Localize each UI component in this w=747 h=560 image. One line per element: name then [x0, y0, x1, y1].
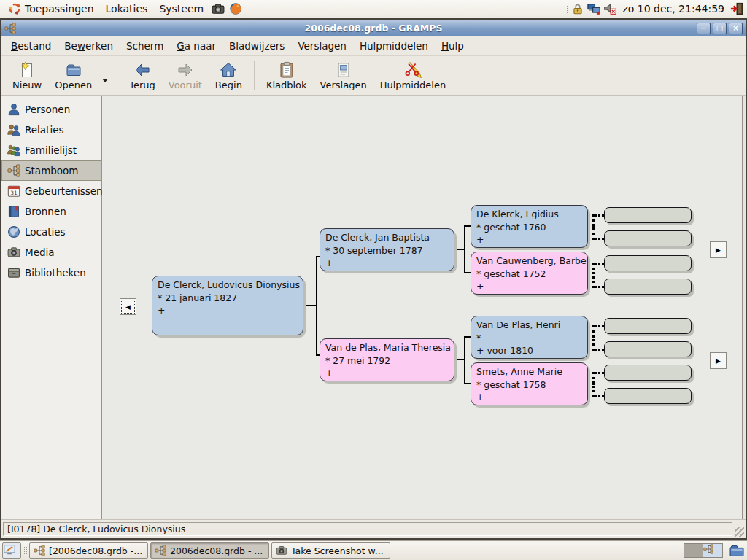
svg-text:31: 31: [10, 190, 18, 196]
menu-verslagen[interactable]: Verslagen: [291, 37, 353, 55]
menu-hulp[interactable]: Hulp: [435, 37, 471, 55]
empty-ancestor-box[interactable]: [604, 230, 692, 246]
person-death: +: [476, 233, 582, 246]
toolbar-button-label: Hulpmiddelen: [380, 79, 446, 90]
titlebar[interactable]: 2006dec08.grdb - GRAMPS − □ ×: [1, 20, 746, 36]
taskbar-window-button[interactable]: [2006dec08.grdb -...: [29, 542, 148, 559]
sidebar-item-label: Locaties: [25, 226, 66, 238]
person-birth: * geschat 1758: [476, 378, 582, 392]
pedigree-canvas[interactable]: De Clerck, Ludovicus Dionysius* 21 janua…: [102, 96, 743, 519]
menu-scherm[interactable]: Scherm: [120, 37, 170, 55]
toolbar-terug-button[interactable]: Terug: [123, 58, 162, 93]
empty-ancestor-box[interactable]: [604, 207, 692, 223]
person-box[interactable]: Van Cauwenberg, Barbe* geschat 1752+: [471, 252, 588, 295]
dotted-connector-line: [595, 349, 604, 351]
toolbar-kladblok-button[interactable]: Kladblok: [260, 58, 314, 93]
logout-door-icon[interactable]: [730, 2, 743, 15]
person-box[interactable]: De Clerck, Jan Baptista* 30 september 17…: [320, 228, 454, 271]
report-document-icon: [335, 61, 352, 79]
blue-folder-icon[interactable]: [729, 542, 745, 559]
person-box[interactable]: Van De Plas, Henri*+ voor 1810: [471, 316, 588, 359]
menu-bladwijzers[interactable]: Bladwijzers: [222, 37, 291, 55]
sidebar-item-personen[interactable]: Personen: [1, 99, 101, 120]
person-box[interactable]: Smets, Anne Marie* geschat 1758+: [471, 362, 588, 405]
menu-bestand[interactable]: Bestand: [4, 37, 58, 55]
pedigree-chart-icon: [7, 164, 20, 177]
connector-line: [464, 225, 471, 227]
sidebar-item-locaties[interactable]: Locaties: [1, 222, 101, 242]
taskbar-window-button[interactable]: Take Screenshot w...: [271, 542, 390, 559]
person-box[interactable]: De Klerck, Egidius* geschat 1760+: [471, 205, 588, 248]
sidebar-item-bronnen[interactable]: Bronnen: [1, 201, 101, 222]
toolbar-separator: [254, 61, 255, 90]
empty-ancestor-box[interactable]: [604, 255, 692, 271]
network-computers-icon[interactable]: [587, 2, 600, 15]
person-box[interactable]: Van de Plas, Maria Theresia* 27 mei 1792…: [320, 338, 454, 381]
toolbar-separator: [117, 61, 117, 90]
sidebar-item-familielijst[interactable]: Familielijst: [1, 140, 101, 160]
workspace-switcher[interactable]: [684, 543, 723, 558]
menu-hulpmiddelen[interactable]: Hulpmiddelen: [353, 37, 435, 55]
maximize-button[interactable]: □: [713, 23, 727, 34]
panel-menu-label: Systeem: [159, 3, 204, 15]
taskbar-window-button[interactable]: 2006dec08.grdb - ...: [150, 542, 269, 559]
firefox-icon[interactable]: [229, 2, 242, 15]
open-dropdown-button[interactable]: [98, 58, 112, 93]
panel-menu-label: Lokaties: [106, 3, 148, 15]
connector-line: [464, 336, 465, 384]
toolbar-begin-button[interactable]: Begin: [209, 58, 249, 93]
sidebar-item-gebeurtenissen[interactable]: 31Gebeurtenissen: [1, 181, 101, 201]
sidebar-item-stamboom[interactable]: Stamboom: [1, 160, 101, 181]
desktop: ToepassingenLokatiesSysteem zo 10 dec, 2…: [0, 0, 747, 560]
resize-grip[interactable]: [735, 527, 744, 537]
toolbar-button-label: Kladblok: [266, 79, 307, 90]
tray-handle[interactable]: [564, 3, 568, 15]
person-name: Van Cauwenberg, Barbe: [476, 254, 582, 268]
menu-ga-naar[interactable]: Ga naar: [170, 37, 222, 55]
person-death: +: [476, 280, 582, 293]
screenshot-camera-icon[interactable]: [212, 2, 225, 15]
sidebar-item-bibliotheken[interactable]: Bibliotheken: [1, 262, 101, 283]
keyring-icon[interactable]: [571, 2, 584, 15]
toolbar-nieuw-button[interactable]: Nieuw: [6, 58, 48, 93]
panel-menu-lokaties[interactable]: Lokaties: [100, 0, 154, 18]
toolbar-openen-button[interactable]: Openen: [48, 58, 98, 93]
dotted-connector-line: [595, 214, 604, 217]
workspace-2[interactable]: [703, 544, 722, 557]
panel-menu-toepassingen[interactable]: Toepassingen: [2, 0, 100, 18]
sidebar-item-label: Stamboom: [25, 165, 79, 176]
connector-line: [464, 225, 465, 273]
pedigree-nav-right-button[interactable]: ▶: [710, 352, 727, 369]
empty-ancestor-box[interactable]: [604, 279, 692, 295]
person-birth: *: [476, 332, 582, 345]
volume-muted-icon[interactable]: [603, 2, 616, 15]
pedigree-nav-right-button[interactable]: ▶: [710, 241, 727, 258]
empty-ancestor-box[interactable]: [604, 365, 692, 381]
toolbar-button-label: Begin: [215, 79, 242, 90]
empty-ancestor-box[interactable]: [604, 318, 692, 334]
minimize-button[interactable]: −: [697, 23, 711, 34]
pedigree-nav-left-button[interactable]: ◀: [120, 298, 136, 315]
sidebar-item-relaties[interactable]: Relaties: [1, 120, 101, 140]
person-death: +: [325, 367, 449, 380]
menu-bewerken[interactable]: Bewerken: [58, 37, 120, 55]
show-desktop-button[interactable]: [2, 542, 21, 559]
empty-ancestor-box[interactable]: [604, 388, 692, 404]
dotted-connector-line: [595, 238, 604, 240]
task-list-handle: [23, 544, 27, 557]
toolbar-verslagen-button[interactable]: Verslagen: [314, 58, 374, 93]
workspace-1[interactable]: [684, 544, 703, 557]
person-name: Van De Plas, Henri: [476, 319, 582, 332]
toolbar-hulpmiddelen-button[interactable]: Hulpmiddelen: [374, 58, 453, 93]
person-box[interactable]: De Clerck, Ludovicus Dionysius* 21 janua…: [152, 276, 303, 335]
dotted-connector-line: [595, 372, 604, 374]
camera-gray-icon: [7, 246, 20, 259]
connector-line: [454, 359, 464, 360]
connector-line: [454, 249, 464, 250]
close-button[interactable]: ×: [729, 23, 743, 34]
empty-ancestor-box[interactable]: [604, 341, 692, 357]
panel-menu-systeem[interactable]: Systeem: [153, 0, 209, 18]
clock[interactable]: zo 10 dec, 21:44:59: [618, 3, 729, 15]
person-name: De Clerck, Ludovicus Dionysius: [158, 279, 298, 292]
sidebar-item-media[interactable]: Media: [1, 242, 101, 262]
